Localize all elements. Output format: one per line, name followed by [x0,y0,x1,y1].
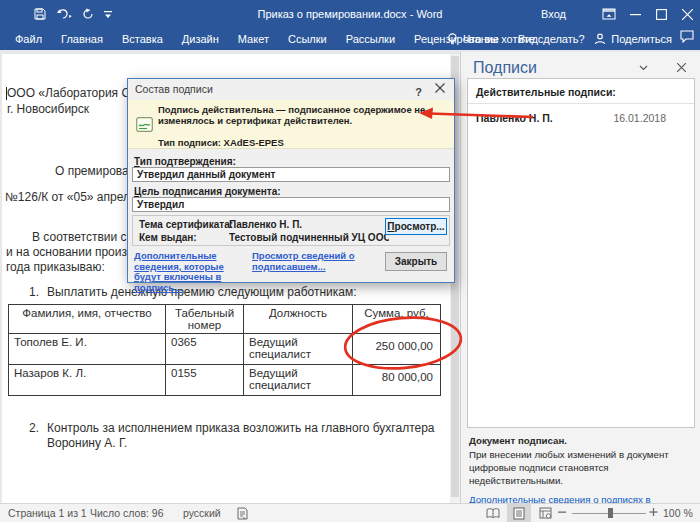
quick-access-toolbar [0,8,112,20]
zoom-out-button[interactable] [558,506,566,518]
valid-signatures-header: Действительные подписи: [468,79,694,104]
save-icon[interactable] [34,8,46,20]
undo-icon[interactable] [56,8,72,20]
commitment-type-label: Тип подтверждения: [134,156,236,167]
signature-list-item[interactable]: Павленко Н. П. 16.01.2018 [468,104,694,124]
table-header-row: Фамилия, имя, отчество Табельный номер Д… [9,305,441,334]
cert-issuer-value: Тестовый подчиненный УЦ ООО 'КРИПТО-... [229,232,389,243]
sign-in-button[interactable]: Вход [541,8,566,20]
panel-footer: Документ подписан. При внесении любых из… [469,434,700,503]
chat-icon[interactable] [680,30,694,43]
signature-date: 16.01.2018 [613,112,666,124]
signature-valid-banner: Подпись действительна — подписанное соде… [128,100,454,149]
valid-signature-icon [136,117,153,132]
doc-body-line: В соответствии с п. [32,230,140,244]
tab-home[interactable]: Главная [61,33,103,45]
purpose-label: Цель подписания документа: [134,186,281,197]
maximize-button[interactable] [648,0,674,28]
web-layout-button[interactable] [533,504,557,522]
tab-layout[interactable]: Макет [238,33,269,45]
cell-amount: 250 000,00 [353,334,441,365]
share-label: Поделиться [611,33,672,45]
doc-company-line: ООО «Лаборатория Си [7,86,137,100]
additional-info-link[interactable]: Дополнительные сведения, которые будут в… [134,251,246,293]
zoom-in-button[interactable] [649,506,658,518]
commitment-type-input[interactable]: Утвердил данный документ [132,167,450,182]
cell-name: Тополев Е. И. [9,334,166,365]
signature-valid-message: Подпись действительна — подписанное соде… [158,104,446,126]
document-signed-title: Документ подписан. [469,434,700,447]
customize-qat-icon[interactable] [104,10,112,19]
signatures-help-link[interactable]: Дополнительные сведения о подписях в док… [469,493,700,503]
doc-number-line: №126/К от «05» апрел [5,190,130,204]
panel-title: Подписи [473,59,537,77]
minimize-button[interactable] [622,0,648,28]
close-button[interactable] [674,0,700,28]
tab-insert[interactable]: Вставка [122,33,163,45]
word-window: Приказ о премировании.docx - Word Вход Ф… [0,0,700,522]
title-bar: Приказ о премировании.docx - Word Вход [0,0,700,28]
share-button[interactable]: Поделиться [594,33,672,45]
doc-subject-line: О премирован [55,164,135,178]
ribbon-tab-bar: Файл Главная Вставка Дизайн Макет Ссылки… [0,28,700,50]
cert-issuer-label: Кем выдан: [139,232,197,243]
col-header-personnel: Табельный номер [166,305,244,334]
zoom-level[interactable]: 100 % [663,507,693,519]
panel-close-icon[interactable] [677,63,686,72]
lightbulb-icon [447,33,458,46]
cell-amount: 80 000,00 [353,365,441,396]
document-signed-text: При внесении любых изменений в документ … [469,448,700,487]
cert-subject-value: Павленко Н. П. [229,219,389,230]
doc-item2-number: 2. [29,421,39,435]
proofing-status-icon[interactable] [237,507,248,520]
tab-mailings[interactable]: Рассылки [346,33,395,45]
valid-signatures-box: Действительные подписи: Павленко Н. П. 1… [467,78,695,428]
page-indicator[interactable]: Страница 1 из 1 [8,507,87,519]
status-bar: Страница 1 из 1 Число слов: 96 русский 1… [0,503,700,522]
cell-position: Ведущий специалист [244,334,353,365]
cell-position: Ведущий специалист [244,365,353,396]
cell-personnel: 0365 [166,334,244,365]
tab-design[interactable]: Дизайн [182,33,219,45]
signer-details-link[interactable]: Просмотр сведений о подписавшем... [252,251,364,272]
doc-item1-number: 1. [29,285,39,299]
table-row: Тополев Е. И. 0365 Ведущий специалист 25… [9,334,441,365]
col-header-name: Фамилия, имя, отчество [9,305,166,334]
cell-name: Назаров К. Л. [9,365,166,396]
table-row: Назаров К. Л. 0155 Ведущий специалист 80… [9,365,441,396]
tell-me-box[interactable]: Что вы хотите сделать? [447,33,585,46]
person-icon [594,33,606,45]
doc-body-line: и на основании произв [6,245,133,259]
redo-icon[interactable] [82,8,94,20]
dialog-title-bar: Состав подписи ? [128,79,454,100]
cert-subject-label: Тема сертификата: [139,219,233,230]
close-dialog-button[interactable]: Закрыть [385,252,447,271]
col-header-amount: Сумма, руб. [353,305,441,334]
dialog-title: Состав подписи [135,83,213,95]
signer-name: Павленко Н. П. [476,112,553,124]
doc-body-line: года приказываю: [6,260,105,274]
bonus-table: Фамилия, имя, отчество Табельный номер Д… [8,304,441,396]
word-count[interactable]: Число слов: 96 [90,507,164,519]
tell-me-label: Что вы хотите сделать? [463,33,585,45]
cell-personnel: 0155 [166,365,244,396]
chevron-down-icon[interactable] [639,65,648,71]
signature-details-dialog: Состав подписи ? Подпись действительна —… [127,78,455,283]
signature-type: Тип подписи: XAdES-EPES [158,137,284,148]
tab-file[interactable]: Файл [15,33,42,45]
read-mode-button[interactable] [481,504,505,522]
language-indicator[interactable]: русский [183,507,221,519]
tab-references[interactable]: Ссылки [288,33,327,45]
col-header-position: Должность [244,305,353,334]
view-certificate-button[interactable]: Просмотр... [385,218,447,235]
purpose-input[interactable]: Утвердил [132,197,450,212]
signatures-panel: Подписи Действительные подписи: Павленко… [460,52,700,503]
doc-city-line: г. Новосибирск [7,102,89,116]
ribbon-display-options-icon[interactable] [596,0,622,28]
zoom-slider-handle[interactable] [608,508,613,518]
dialog-close-icon[interactable] [435,83,445,93]
doc-item2-text: Контроль за исполнением приказа возложит… [47,421,439,451]
print-layout-button[interactable] [507,504,531,522]
